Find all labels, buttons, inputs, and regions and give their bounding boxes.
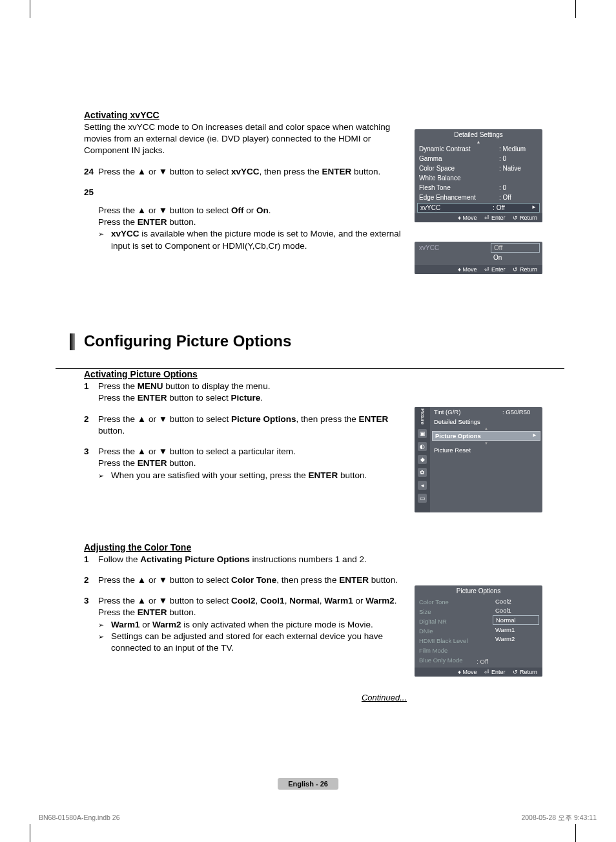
osd-selected-row: xvYCC: Off►: [417, 203, 540, 213]
chevron-right-icon: ►: [532, 432, 537, 439]
continued-marker: Continued...: [84, 693, 407, 702]
footer-enter: ⏎ Enter: [484, 215, 505, 221]
step-text: Press the ▲ or ▼ button to select Off or…: [98, 205, 407, 252]
osd-popup-label: xvYCC: [415, 242, 491, 265]
subheading-adjusting-color-tone: Adjusting the Color Tone: [84, 542, 564, 553]
intro-text: Setting the xvYCC mode to On increases d…: [84, 121, 407, 157]
osd-option-off: Off: [491, 243, 540, 253]
application-icon: ▭: [418, 494, 427, 503]
step-text: Press the ▲ or ▼ button to select xvYCC,…: [98, 166, 407, 178]
footer-move: ♦ Move: [458, 215, 477, 221]
osd-option-on: On: [491, 253, 540, 262]
note-pointer-icon: ➢: [98, 471, 110, 483]
input-icon: ◂: [418, 481, 427, 490]
subheading-activating-picture-options: Activating Picture Options: [84, 369, 564, 379]
picture-icon: ▣: [418, 429, 427, 438]
scroll-up-icon: ▲: [415, 140, 542, 144]
print-footer-file: BN68-01580A-Eng.indb 26: [39, 814, 120, 823]
note-pointer-icon: ➢: [98, 229, 110, 253]
scroll-indicator-icon: ▲: [430, 426, 542, 430]
osd-selected-row: Picture Options►: [432, 431, 540, 441]
osd-xvycc-popup: xvYCC Off On ♦ Move ⏎ Enter ↺ Return: [415, 242, 542, 274]
osd-picture-menu: Picture ▣ ◐ ◆ ✿ ◂ ▭ Tint (G/R): G50/R50 …: [415, 407, 542, 512]
subheading-activating-xvycc: Activating xvYCC: [84, 110, 564, 120]
chevron-right-icon: ►: [531, 204, 537, 211]
section-title: Configuring Picture Options: [84, 332, 291, 350]
channel-icon: ◆: [418, 455, 427, 464]
sound-icon: ◐: [418, 442, 427, 451]
step-number: 24: [84, 166, 98, 187]
osd-category-label: Picture: [420, 408, 426, 425]
osd-title: Detailed Settings: [415, 129, 542, 140]
osd-detailed-settings: Detailed Settings ▲ Dynamic Contrast: Me…: [415, 129, 542, 222]
osd-title: Picture Options: [415, 585, 542, 596]
section-title-marker: [70, 333, 75, 350]
osd-option-selected: Normal: [493, 615, 539, 625]
setup-icon: ✿: [418, 468, 427, 477]
page-number-pill: English - 26: [278, 777, 338, 789]
osd-picture-options-popup: Picture Options Color Tone Size Digital …: [415, 585, 542, 677]
print-footer-timestamp: 2008-05-28 오후 9:43:11: [521, 814, 597, 823]
note-pointer-icon: ➢: [98, 620, 110, 632]
step-number: 25: [84, 187, 98, 261]
footer-return: ↺ Return: [513, 215, 537, 221]
note-pointer-icon: ➢: [98, 632, 110, 655]
